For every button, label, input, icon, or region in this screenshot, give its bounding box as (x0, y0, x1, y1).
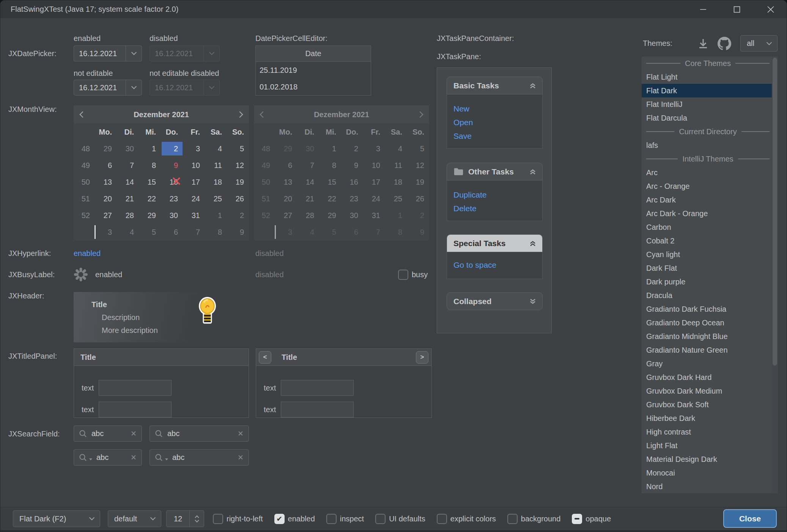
theme-list-item[interactable]: Material Design Dark (642, 452, 778, 466)
collapse-chevron-up-icon[interactable] (529, 82, 537, 89)
theme-list-item[interactable]: Gradianto Midnight Blue (642, 330, 778, 343)
close-button[interactable] (754, 0, 787, 18)
style-combobox[interactable]: default (108, 510, 161, 527)
search-field[interactable]: abc ✕ (74, 425, 142, 442)
theme-list-item[interactable]: lafs (642, 138, 778, 152)
spinner-buttons[interactable] (189, 511, 204, 527)
datepicker-dropdown-button[interactable] (126, 46, 142, 61)
calendar-cell[interactable]: 6 (161, 224, 183, 240)
toolbar-checkbox[interactable]: ✔ enabled (274, 514, 315, 524)
scrollbar-track[interactable] (772, 56, 778, 493)
theme-list-item[interactable]: Arc - Orange (642, 179, 778, 193)
text-input[interactable] (99, 380, 172, 396)
toolbar-checkbox[interactable]: ✔ right-to-left (213, 514, 263, 524)
search-menu-arrow-icon[interactable] (165, 458, 168, 460)
datepicker-dropdown-button[interactable] (126, 80, 142, 95)
text-input[interactable] (281, 402, 354, 417)
taskpane-link[interactable]: Go to space (453, 258, 542, 272)
theme-list-item[interactable]: Dracula (642, 289, 778, 302)
theme-list-item[interactable]: Gradianto Deep Ocean (642, 316, 778, 330)
calendar-cell[interactable]: 50 (74, 174, 95, 190)
theme-list-item[interactable]: Gradianto Nature Green (642, 343, 778, 357)
datepicker-enabled[interactable]: 16.12.2021 (74, 46, 142, 61)
previous-button[interactable]: < (259, 351, 271, 364)
hyperlink-enabled[interactable]: enabled (74, 249, 101, 258)
theme-list-item[interactable]: Flat IntelliJ (642, 97, 778, 111)
theme-list-item[interactable]: Hiberbee Dark (642, 411, 778, 425)
theme-list-item[interactable]: Monocai (642, 466, 778, 480)
taskpane-link[interactable]: Duplicate (453, 188, 542, 202)
calendar-cell[interactable]: 1 (205, 207, 227, 224)
theme-list-item[interactable]: Current Directory (642, 125, 778, 138)
calendar-cell[interactable]: 24 (183, 190, 205, 207)
busy-checkbox[interactable]: busy (398, 270, 428, 280)
toolbar-checkbox[interactable]: ✔ explicit colors (437, 514, 496, 524)
github-icon[interactable] (718, 37, 731, 50)
toolbar-checkbox[interactable]: ✔ opaque (572, 514, 611, 524)
calendar-cell[interactable]: 48 (74, 140, 95, 157)
theme-list-item[interactable]: Arc (642, 166, 778, 179)
theme-list-item[interactable]: High contrast (642, 425, 778, 439)
theme-list-item[interactable]: Gray (642, 357, 778, 370)
theme-list-item[interactable]: Light Flat (642, 439, 778, 452)
calendar-cell[interactable]: 9 (227, 224, 249, 240)
calendar-cell[interactable]: 30 (161, 207, 183, 224)
calendar-cell[interactable]: 2 (227, 207, 249, 224)
search-field-with-menu[interactable]: abc ✕ (150, 449, 249, 466)
taskpane-header-basic[interactable]: Basic Tasks (447, 77, 543, 94)
calendar-cell[interactable]: 10 (183, 157, 205, 174)
theme-list-item[interactable]: Nord (642, 480, 778, 493)
taskpane-link[interactable]: Delete (453, 202, 542, 215)
theme-list-item[interactable]: Arc Dark - Orange (642, 207, 778, 220)
theme-list-item[interactable]: IntelliJ Themes (642, 152, 778, 166)
calendar-cell[interactable]: 8 (205, 224, 227, 240)
toolbar-checkbox[interactable]: ✔ inspect (326, 514, 364, 524)
taskpane-header-special[interactable]: Special Tasks (447, 234, 543, 252)
taskpane-link[interactable]: New (453, 102, 542, 116)
minimize-button[interactable] (686, 0, 720, 18)
collapse-chevron-up-icon[interactable] (529, 240, 537, 247)
calendar-cell[interactable]: 5 (139, 224, 161, 240)
calendar-cell[interactable]: 16 (161, 174, 183, 190)
search-menu-arrow-icon[interactable] (89, 458, 92, 460)
theme-list-item[interactable]: Gradianto Dark Fuchsia (642, 302, 778, 316)
clear-icon[interactable]: ✕ (131, 453, 137, 462)
taskpane-link[interactable]: Open (453, 116, 542, 129)
calendar-cell[interactable]: 25 (205, 190, 227, 207)
next-button[interactable]: > (416, 351, 428, 364)
calendar-cell[interactable]: 17 (183, 174, 205, 190)
search-input[interactable]: abc (91, 429, 126, 438)
calendar-cell[interactable]: 29 (139, 207, 161, 224)
calendar-cell[interactable]: 11 (205, 157, 227, 174)
themes-filter-combobox[interactable]: all (740, 35, 778, 52)
calendar-cell[interactable]: 9 (161, 157, 183, 174)
calendar-cell[interactable]: 3 (95, 224, 117, 240)
calendar-cell[interactable]: 49 (74, 157, 95, 174)
search-field[interactable]: abc ✕ (150, 425, 249, 442)
taskpane-header-other[interactable]: Other Tasks (447, 163, 543, 180)
font-size-spinner[interactable]: 12 (166, 510, 204, 527)
theme-list-item[interactable]: Arc Dark (642, 193, 778, 207)
text-input[interactable] (281, 380, 354, 396)
calendar-cell[interactable]: 22 (139, 190, 161, 207)
close-dialog-button[interactable]: Close (723, 509, 777, 528)
calendar-cell[interactable]: 26 (227, 190, 249, 207)
search-field-with-menu[interactable]: abc ✕ (74, 449, 142, 466)
calendar-cell[interactable]: 5 (227, 140, 249, 157)
calendar-cell[interactable]: 21 (117, 190, 139, 207)
clear-icon[interactable]: ✕ (131, 429, 137, 438)
toolbar-checkbox[interactable]: ✔ background (507, 514, 561, 524)
toolbar-checkbox[interactable]: ✔ UI defaults (375, 514, 425, 524)
calendar-cell[interactable]: 30 (117, 140, 139, 157)
theme-list-item[interactable]: Flat Dark (642, 84, 778, 97)
expand-chevron-down-icon[interactable] (529, 298, 537, 305)
search-input[interactable]: abc (96, 453, 126, 462)
calendar-cell[interactable]: 31 (183, 207, 205, 224)
chevron-right-icon[interactable] (237, 111, 243, 118)
taskpane-link[interactable]: Save (453, 129, 542, 143)
clear-icon[interactable]: ✕ (238, 429, 244, 438)
spinner-value[interactable]: 12 (167, 511, 189, 527)
calendar-cell[interactable]: 12 (227, 157, 249, 174)
datepicker-not-editable[interactable]: 16.12.2021 (74, 80, 142, 96)
calendar-cell[interactable]: 7 (117, 157, 139, 174)
